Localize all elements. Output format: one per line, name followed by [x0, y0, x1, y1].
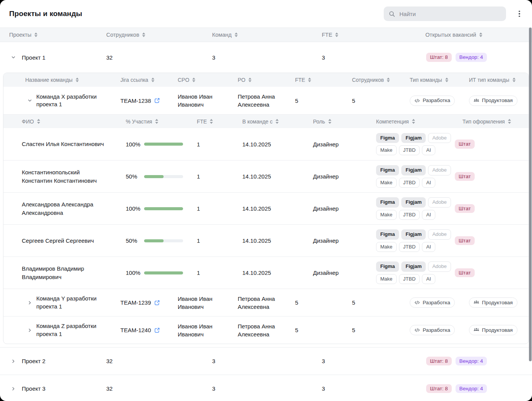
- column-header-team-employees[interactable]: Сотрудников: [352, 77, 410, 83]
- column-header-jira-link[interactable]: Jira ссылка: [120, 77, 178, 83]
- project-name: Проект 2: [22, 358, 45, 364]
- column-header-competency[interactable]: Компетенция: [376, 119, 455, 125]
- column-label: ФИО: [22, 119, 34, 125]
- competency-tag: JTBD: [399, 210, 420, 220]
- chevron-right-icon[interactable]: [27, 300, 32, 305]
- more-options-button[interactable]: [516, 10, 523, 18]
- code-icon: [414, 300, 420, 305]
- external-link-icon[interactable]: [154, 97, 160, 104]
- sort-icon[interactable]: [151, 78, 154, 83]
- chevron-down-icon[interactable]: [11, 55, 16, 60]
- competency-tag: JTBD: [399, 242, 420, 252]
- column-header-it-team-type[interactable]: ИТ тип команды: [469, 77, 529, 83]
- participation-progress-bar: [144, 207, 183, 210]
- chevron-down-icon[interactable]: [27, 98, 32, 103]
- column-header-participation[interactable]: % Участия: [126, 119, 197, 125]
- sort-icon[interactable]: [335, 32, 338, 37]
- column-header-team-fte[interactable]: FTE: [295, 77, 352, 83]
- sort-icon[interactable]: [412, 119, 415, 124]
- project-employees: 32: [106, 358, 212, 364]
- teams-table-header: Название команды Jira ссылка CPO PO FTE …: [3, 73, 529, 87]
- project-row[interactable]: Проект 3 32 3 3 Штат: 8 Вендор: 4: [0, 375, 532, 401]
- column-header-in-team-since[interactable]: В команде с: [242, 119, 313, 125]
- sort-icon[interactable]: [387, 78, 390, 83]
- project-employees: 32: [106, 54, 212, 61]
- sort-icon[interactable]: [445, 78, 448, 83]
- column-header-full-name[interactable]: ФИО: [3, 119, 126, 125]
- team-row[interactable]: Команда X разработки проекта 1 TEAM-1238…: [3, 87, 529, 114]
- column-label: Jira ссылка: [120, 77, 148, 83]
- sort-icon[interactable]: [142, 32, 145, 37]
- team-employees: 5: [352, 327, 410, 333]
- sort-icon[interactable]: [479, 32, 482, 37]
- column-header-team-name[interactable]: Название команды: [3, 77, 120, 83]
- column-header-employees[interactable]: Сотрудников: [106, 32, 212, 38]
- sort-icon[interactable]: [155, 119, 158, 124]
- external-link-icon[interactable]: [154, 327, 160, 333]
- team-row[interactable]: Команда Z разработки проекта 1 TEAM-1240…: [3, 316, 529, 344]
- sort-icon[interactable]: [513, 78, 516, 83]
- sort-icon[interactable]: [235, 32, 238, 37]
- sort-icon[interactable]: [192, 78, 195, 83]
- project-employees: 32: [106, 385, 212, 392]
- team-type-badge: Разработка: [410, 96, 455, 106]
- column-label: Сотрудников: [352, 77, 384, 83]
- chevron-right-icon[interactable]: [11, 359, 16, 364]
- it-team-type-label: Продуктовая: [482, 98, 513, 103]
- column-header-open-vacancies[interactable]: Открытых вакансий: [425, 32, 532, 38]
- sort-icon[interactable]: [276, 119, 279, 124]
- member-fte: 1: [197, 205, 242, 212]
- member-fte: 1: [197, 141, 242, 148]
- column-header-team-type[interactable]: Тип команды: [410, 77, 469, 83]
- competency-tag: Figjam: [401, 229, 426, 239]
- member-fte: 1: [197, 173, 242, 180]
- sort-icon[interactable]: [34, 32, 37, 37]
- external-link-icon[interactable]: [154, 300, 160, 306]
- project-row[interactable]: Проект 2 32 3 3 Штат: 8 Вендор: 4: [0, 347, 532, 375]
- sort-icon[interactable]: [328, 119, 331, 124]
- topbar: Проекты и команды: [0, 0, 532, 28]
- sort-icon[interactable]: [248, 78, 251, 83]
- competency-tags: Figma Figjam Adobe Make JTBD AI: [376, 165, 457, 188]
- employment-type-badge: Штат: [455, 172, 475, 181]
- column-header-role[interactable]: Роль: [313, 119, 376, 125]
- competency-tag: AI: [422, 274, 435, 284]
- column-header-member-fte[interactable]: FTE: [197, 119, 242, 125]
- projects-table-header: Проекты Сотрудников Команд FTE Открытых …: [0, 28, 532, 42]
- competency-tag: Adobe: [428, 165, 451, 175]
- project-fte: 3: [322, 54, 425, 61]
- column-label: Тип команды: [410, 77, 442, 83]
- vertical-scrollbar[interactable]: [529, 28, 532, 361]
- team-row[interactable]: Команда Y разработки проекта 1 TEAM-1239…: [3, 289, 529, 316]
- competency-tags: Figma Figjam Adobe Make JTBD AI: [376, 229, 457, 252]
- sort-icon[interactable]: [210, 119, 213, 124]
- column-header-po[interactable]: PO: [238, 77, 295, 83]
- vendor-vacancies-badge: Вендор: 4: [456, 357, 487, 366]
- employment-type-badge: Штат: [455, 236, 475, 245]
- column-header-fte[interactable]: FTE: [322, 32, 425, 38]
- member-since: 14.10.2025: [242, 141, 313, 148]
- chevron-right-icon[interactable]: [27, 328, 32, 333]
- column-header-projects[interactable]: Проекты: [0, 32, 106, 38]
- chevron-right-icon[interactable]: [11, 386, 16, 391]
- member-name: Константинопольский Константин Константи…: [3, 168, 106, 185]
- member-name: Сергеев Сергей Сергеевич: [3, 237, 106, 245]
- sort-icon[interactable]: [308, 78, 311, 83]
- column-header-teams[interactable]: Команд: [212, 32, 322, 38]
- column-label: Команд: [212, 32, 232, 38]
- project-row[interactable]: Проект 1 32 3 3 Штат: 8 Вендор: 4: [0, 42, 532, 73]
- search-input[interactable]: [399, 10, 501, 18]
- column-label: Компетенция: [376, 119, 409, 125]
- search-box[interactable]: [384, 6, 506, 21]
- sort-icon[interactable]: [76, 78, 79, 83]
- sort-icon[interactable]: [508, 119, 511, 124]
- team-po: Петрова Анна Алексеевна: [238, 322, 284, 338]
- member-role: Дизайнер: [313, 237, 376, 244]
- team-po: Петрова Анна Алексеевна: [238, 295, 284, 311]
- column-label: Роль: [313, 119, 325, 125]
- column-header-employment-type[interactable]: Тип оформления: [455, 119, 529, 125]
- sort-icon[interactable]: [37, 119, 40, 124]
- column-label: % Участия: [126, 119, 152, 125]
- column-header-cpo[interactable]: CPO: [178, 77, 238, 83]
- it-team-type-label: Продуктовая: [482, 300, 513, 305]
